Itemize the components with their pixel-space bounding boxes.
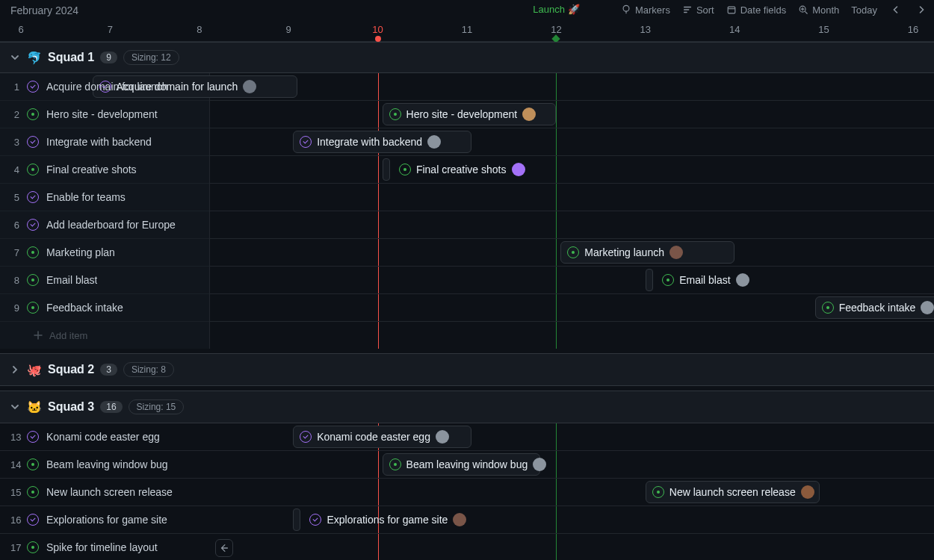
task-side: 14Beam leaving window bug	[0, 451, 210, 478]
prev-button[interactable]	[889, 3, 903, 16]
assignee-avatar-icon[interactable]	[512, 163, 525, 176]
assignee-avatar-icon[interactable]	[243, 80, 256, 93]
task-row[interactable]: 4Final creative shotsFinal creative shot…	[0, 156, 934, 184]
iteration-stub[interactable]	[383, 158, 390, 181]
group-header[interactable]: 🐬Squad 19Sizing: 12	[0, 42, 934, 73]
task-row[interactable]: 3Integrate with backendIntegrate with ba…	[0, 128, 934, 156]
group-emoji-icon: 🐬	[27, 51, 42, 65]
sort-icon	[682, 4, 693, 15]
timeline-bar[interactable]: Hero site - development	[383, 103, 557, 125]
next-button[interactable]	[915, 3, 928, 16]
month-label: February 2024	[10, 4, 78, 16]
timeline-bar[interactable]: Final creative shots	[393, 158, 521, 181]
task-row[interactable]: 6Add leaderboard for Europe	[0, 211, 934, 239]
task-title[interactable]: Final creative shots	[46, 164, 137, 175]
row-number: 15	[10, 487, 19, 498]
task-title[interactable]: Enable for teams	[46, 191, 126, 203]
row-number: 16	[10, 514, 19, 526]
task-side: 6Add leaderboard for Europe	[0, 211, 210, 238]
task-row[interactable]: 5Enable for teams	[0, 184, 934, 211]
task-row[interactable]: 14Beam leaving window bugBeam leaving wi…	[0, 451, 934, 479]
issue-open-icon	[652, 486, 664, 498]
task-side: 13Konami code easter egg	[0, 423, 210, 450]
group-title: Squad 2	[48, 363, 94, 376]
group-emoji-icon: 🐙	[27, 363, 42, 377]
bar-title: Explorations for game site	[327, 514, 448, 526]
timeline-bar[interactable]: Explorations for game site	[303, 508, 454, 531]
task-side: 17Spike for timeline layout	[0, 534, 210, 560]
task-title[interactable]: New launch screen release	[46, 486, 173, 498]
task-title[interactable]: Integrate with backend	[46, 136, 152, 148]
timeline-bar[interactable]: Feedback intake	[815, 296, 934, 319]
day-8: 8	[197, 24, 202, 35]
issue-closed-icon	[300, 431, 312, 443]
task-title[interactable]: Spike for timeline layout	[46, 541, 158, 553]
task-title[interactable]: Hero site - development	[46, 108, 158, 120]
row-number: 1	[10, 81, 19, 93]
task-row[interactable]: 15New launch screen releaseNew launch sc…	[0, 479, 934, 506]
task-title[interactable]: Beam leaving window bug	[46, 458, 168, 470]
task-title[interactable]: Add leaderboard for Europe	[46, 219, 176, 231]
collapse-icon	[219, 543, 229, 553]
task-row[interactable]: 7Marketing planMarketing launch	[0, 239, 934, 267]
group-count-badge: 3	[100, 364, 117, 376]
markers-button[interactable]: Markers	[621, 4, 670, 16]
timeline-bar[interactable]: Konami code easter egg	[293, 426, 471, 448]
task-title[interactable]: Explorations for game site	[46, 514, 167, 526]
launch-marker-label: Launch 🚀	[533, 4, 579, 15]
task-row[interactable]: 9Feedback intakeFeedback intake	[0, 294, 934, 322]
task-side: 15New launch screen release	[0, 479, 210, 505]
assignee-avatar-icon[interactable]	[427, 135, 441, 149]
group-header[interactable]: 🐙Squad 23Sizing: 8	[0, 353, 934, 386]
collapse-sidebar-button[interactable]	[215, 539, 233, 557]
assignee-avatar-icon[interactable]	[669, 246, 683, 259]
task-title[interactable]: Feedback intake	[46, 302, 123, 314]
chevron-right-icon[interactable]	[10, 365, 21, 374]
task-title[interactable]: Email blast	[46, 274, 97, 286]
issue-open-icon	[662, 274, 674, 286]
task-title[interactable]: Acquire domain for launch	[46, 81, 168, 93]
assignee-avatar-icon[interactable]	[522, 108, 536, 121]
iteration-stub[interactable]	[646, 269, 653, 291]
task-row[interactable]: 1Acquire domain for launchAcquire domain…	[0, 73, 934, 101]
chevron-right-icon	[917, 5, 926, 14]
date-fields-button[interactable]: Date fields	[726, 4, 786, 16]
task-row[interactable]: 2Hero site - developmentHero site - deve…	[0, 101, 934, 128]
sort-button[interactable]: Sort	[682, 4, 714, 16]
bar-title: New launch screen release	[669, 486, 796, 498]
chevron-down-icon[interactable]	[10, 402, 21, 411]
svg-rect-1	[728, 7, 735, 13]
task-title[interactable]: Konami code easter egg	[46, 431, 160, 443]
zoom-button[interactable]: Month	[798, 4, 839, 16]
group-rows: 1Acquire domain for launchAcquire domain…	[0, 73, 934, 349]
today-button[interactable]: Today	[851, 4, 877, 16]
timeline-bar[interactable]: Marketing launch	[560, 241, 734, 264]
day-14: 14	[729, 24, 740, 35]
timeline-bar[interactable]: New launch screen release	[646, 481, 820, 503]
day-11: 11	[462, 24, 472, 35]
assignee-avatar-icon[interactable]	[453, 513, 466, 526]
group-sizing-badge: Sizing: 15	[129, 399, 185, 414]
task-row[interactable]: 16Explorations for game siteExplorations…	[0, 506, 934, 534]
assignee-avatar-icon[interactable]	[736, 273, 749, 287]
timeline-bar[interactable]: Beam leaving window bug	[383, 453, 540, 476]
row-number: 8	[10, 275, 19, 286]
assignee-avatar-icon[interactable]	[921, 301, 934, 314]
assignee-avatar-icon[interactable]	[436, 430, 449, 444]
group-header[interactable]: 🐱Squad 316Sizing: 15	[0, 391, 934, 423]
assignee-avatar-icon[interactable]	[801, 485, 814, 499]
task-title[interactable]: Marketing plan	[46, 246, 115, 258]
bar-title: Integrate with backend	[317, 136, 422, 148]
row-number: 3	[10, 137, 19, 148]
timeline-bar[interactable]: Integrate with backend	[293, 131, 471, 153]
issue-open-icon	[567, 246, 579, 258]
issue-open-icon	[27, 458, 39, 470]
task-row[interactable]: 8Email blastEmail blast	[0, 267, 934, 294]
task-row[interactable]: 17Spike for timeline layout	[0, 534, 934, 560]
timeline-bar[interactable]: Email blast	[656, 269, 748, 291]
bar-title: Feedback intake	[839, 302, 916, 314]
iteration-stub[interactable]	[293, 508, 300, 531]
task-row[interactable]: 13Konami code easter eggKonami code east…	[0, 423, 934, 451]
chevron-down-icon[interactable]	[10, 53, 21, 62]
assignee-avatar-icon[interactable]	[533, 458, 546, 471]
